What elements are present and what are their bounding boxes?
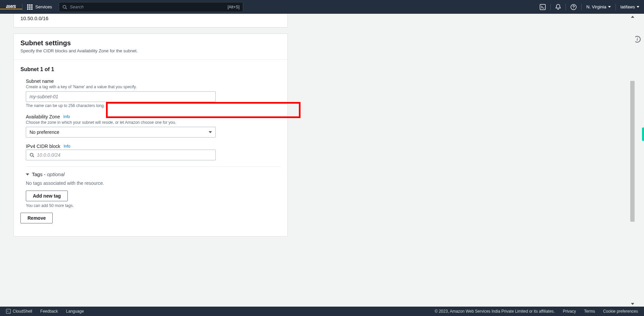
az-select[interactable]: No preference [26,127,216,138]
vpc-panel: IPv4 CIDRs 10.50.0.0/16 [13,14,288,28]
svg-point-5 [30,153,33,156]
nav-right: N. Virginia latifaws [535,0,644,14]
az-field: Availability Zone Info Choose the zone i… [20,114,281,138]
tags-optional: optional [47,171,65,177]
cidr-input[interactable] [37,152,212,158]
cidr-input-wrap[interactable] [26,150,216,160]
chevron-down-icon [209,131,212,133]
scrollbar-thumb[interactable] [630,81,635,222]
cloudshell-icon: >_ [6,309,11,314]
main-area: IPv4 CIDRs 10.50.0.0/16 Subnet settings … [0,14,644,307]
chevron-down-icon [637,6,639,8]
top-nav: aws Services Search [Alt+S] N. Virgi [0,0,644,14]
content-column: IPv4 CIDRs 10.50.0.0/16 Subnet settings … [13,14,288,243]
svg-line-6 [33,156,34,157]
search-icon [62,5,67,9]
chevron-down-icon [26,173,29,175]
feedback-tab[interactable] [642,127,644,141]
svg-point-4 [573,8,574,9]
notifications-icon[interactable] [551,0,566,14]
subnet-name-label: Subnet name [26,78,281,84]
global-search-input[interactable]: Search [Alt+S] [59,2,243,12]
cloudshell-link[interactable]: >_ CloudShell [6,309,32,314]
cidr-info-link[interactable]: Info [64,144,70,149]
copyright-text: © 2023, Amazon Web Services India Privat… [435,309,555,314]
subnet-name-input[interactable] [26,91,216,102]
az-hint: Choose the zone in which your subnet wil… [26,120,281,125]
chevron-up-icon [631,16,634,18]
subnet-name-field: Subnet name Create a tag with a key of '… [20,78,281,108]
subnet-header: Subnet settings Specify the CIDR blocks … [14,34,287,60]
add-tag-button[interactable]: Add new tag [26,191,68,201]
cookie-preferences-link[interactable]: Cookie preferences [603,309,638,314]
region-label: N. Virginia [586,4,606,9]
subnet-settings-desc: Specify the CIDR blocks and Availability… [20,48,281,53]
footer: >_ CloudShell Feedback Language © 2023, … [0,307,644,316]
feedback-link[interactable]: Feedback [40,309,58,314]
privacy-link[interactable]: Privacy [563,309,576,314]
svg-point-0 [63,5,66,8]
tag-limit-text: You can add 50 more tags. [26,203,281,208]
scroll-up-button[interactable] [630,14,635,19]
subnet-settings-panel: Subnet settings Specify the CIDR blocks … [13,34,288,236]
search-shortcut: [Alt+S] [227,5,239,9]
vertical-scrollbar[interactable] [630,14,635,307]
search-placeholder: Search [70,4,227,9]
help-icon[interactable] [566,0,581,14]
chevron-down-icon [631,303,634,305]
search-icon [30,153,34,157]
tags-label: Tags - [32,171,46,177]
vpc-cidr-value: 10.50.0.0/16 [20,15,281,21]
account-menu[interactable]: latifaws [616,0,644,14]
subnet-name-length-hint: The name can be up to 256 characters lon… [26,103,281,108]
cloudshell-label: CloudShell [13,309,32,314]
scroll-down-button[interactable] [630,301,635,307]
cidr-label: IPv4 CIDR block [26,144,60,149]
az-info-link[interactable]: Info [63,114,70,119]
az-selected-value: No preference [30,129,59,135]
services-label: Services [35,4,52,9]
subnet-name-hint: Create a tag with a key of 'Name' and a … [26,85,281,89]
svg-rect-2 [540,4,545,10]
cloudshell-nav-icon[interactable] [535,0,550,14]
language-link[interactable]: Language [66,309,84,314]
services-button[interactable]: Services [22,4,57,10]
cidr-field: IPv4 CIDR block Info [20,144,281,160]
aws-logo[interactable]: aws [0,4,22,9]
no-tags-text: No tags associated with the resource. [26,180,281,186]
svg-line-1 [66,8,67,9]
subnet-counter: Subnet 1 of 1 [20,66,281,72]
search-wrap: Search [Alt+S] [59,2,243,12]
subnet-settings-title: Subnet settings [20,39,281,47]
services-grid-icon [27,4,33,10]
remove-subnet-button[interactable]: Remove [20,213,53,223]
user-label: latifaws [621,4,635,9]
az-label: Availability Zone [26,114,60,119]
terms-link[interactable]: Terms [584,309,595,314]
region-selector[interactable]: N. Virginia [582,0,615,14]
tags-toggle[interactable]: Tags - optional [26,166,281,177]
chevron-down-icon [608,6,611,8]
